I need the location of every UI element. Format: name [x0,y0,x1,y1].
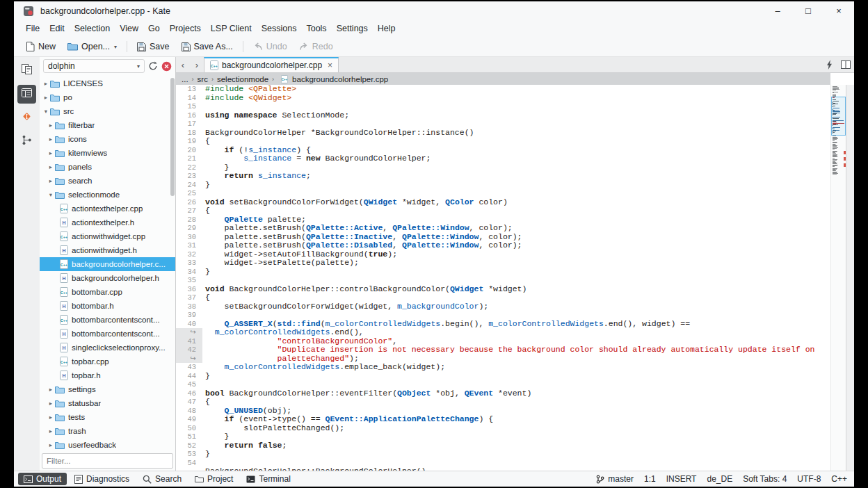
status-git-branch[interactable]: master [596,474,634,484]
code-line[interactable]: 25 [176,189,830,198]
tree-file-row[interactable]: C++actiontexthelper.cpp [40,202,175,215]
line-number[interactable]: 15 [176,102,202,111]
menu-file[interactable]: File [22,22,43,35]
tree-file-row[interactable]: Hactiontexthelper.h [40,215,175,229]
line-number[interactable]: 13 [176,85,202,94]
code-editor[interactable]: 13#include <QPalette>14#include <QWidget… [176,85,830,471]
code-line[interactable]: 46bool BackgroundColorHelper::eventFilte… [176,389,830,398]
line-number[interactable]: 47 [176,398,202,407]
menu-go[interactable]: Go [145,22,163,35]
output-view-button[interactable]: Output [18,473,67,485]
status-syntax-mode[interactable]: C++ [831,474,847,484]
back-icon[interactable]: ‹ [176,57,190,72]
line-number[interactable]: 52 [176,441,202,450]
tree-file-row[interactable]: C++actionwithwidget.cpp [40,229,175,243]
code-line[interactable]: 38 setBackgroundColorForWidget(widget, m… [176,302,830,311]
line-number[interactable]: 35 [176,276,202,285]
code-line[interactable]: 54 [176,459,830,468]
line-number[interactable]: 42 [176,345,202,355]
search-view-button[interactable]: Search [137,473,187,485]
tree-folder-row[interactable]: ▸trash [40,424,175,438]
line-number[interactable]: 49 [176,415,202,424]
menu-settings[interactable]: Settings [333,22,371,35]
status-tab-settings[interactable]: Soft Tabs: 4 [743,474,787,484]
line-number[interactable]: 25 [176,189,202,198]
code-line[interactable]: 16using namespace SelectionMode; [176,111,830,120]
menu-view[interactable]: View [116,22,142,35]
code-line[interactable]: 24} [176,181,830,190]
code-line[interactable]: 51 } [176,432,830,441]
tree-folder-row[interactable]: ▸panels [40,160,175,174]
tree-file-row[interactable]: Hbackgroundcolorhelper.h [40,271,175,285]
tree-folder-row[interactable]: ▸po [40,90,175,104]
tree-file-row[interactable]: C++backgroundcolorhelper.c... [40,257,175,271]
wrap-arrow-icon[interactable]: ↪ [176,355,202,364]
code-line[interactable]: 21 s_instance = new BackgroundColorHelpe… [176,154,830,163]
close-panel-icon[interactable] [161,61,172,72]
code-line[interactable]: 22 } [176,163,830,172]
tree-file-row[interactable]: C++bottombar.cpp [40,285,175,299]
line-number[interactable]: 21 [176,154,202,163]
tree-file-row[interactable]: C++topbar.cpp [40,355,175,368]
menu-projects[interactable]: Projects [166,22,204,35]
code-line[interactable]: 37{ [176,293,830,302]
code-line[interactable]: 19{ [176,137,830,146]
code-line[interactable]: 23 return s_instance; [176,172,830,181]
symbols-tool-button[interactable] [17,132,36,151]
code-line[interactable]: 30 palette.setBrush(QPalette::Inactive, … [176,233,830,242]
split-view-icon[interactable] [837,57,854,72]
code-line[interactable]: 20 if (!s_instance) { [176,146,830,155]
undo-button[interactable]: Undo [248,40,292,54]
code-line[interactable]: 52 return false; [176,441,830,450]
terminal-view-button[interactable]: Terminal [241,473,296,485]
status-input-mode[interactable]: INSERT [666,474,697,484]
line-number[interactable]: 40 [176,320,202,329]
forward-icon[interactable]: › [190,57,204,72]
code-line[interactable]: 47{ [176,398,830,407]
code-line[interactable]: 26void setBackgroundColorForWidget(QWidg… [176,198,830,207]
tree-folder-row[interactable]: ▸statusbar [40,396,175,410]
code-line[interactable]: 50 slotPaletteChanged(); [176,424,830,433]
line-number[interactable]: 19 [176,137,202,146]
line-number[interactable]: 51 [176,432,202,441]
code-line[interactable]: 17 [176,120,830,129]
new-document-button[interactable]: New [21,40,61,54]
line-number[interactable]: 27 [176,206,202,215]
menu-sessions[interactable]: Sessions [258,22,300,35]
code-line[interactable]: 40 Q_ASSERT_X(std::find(m_colorControlle… [176,320,830,329]
menu-edit[interactable]: Edit [46,22,68,35]
tree-folder-row[interactable]: ▸kitemviews [40,146,175,160]
status-cursor-position[interactable]: 1:1 [644,474,656,484]
line-number[interactable]: 24 [176,181,202,190]
code-line[interactable]: 15 [176,102,830,111]
code-line[interactable]: 18BackgroundColorHelper *BackgroundColor… [176,129,830,138]
line-number[interactable]: 43 [176,363,202,372]
line-number[interactable]: 33 [176,259,202,268]
line-number[interactable] [176,467,202,471]
menu-help[interactable]: Help [374,22,399,35]
minimap-scrollbar[interactable] [830,85,846,471]
open-folder-button[interactable]: Open...▾ [63,40,122,54]
code-line[interactable]: 45 [176,380,830,389]
code-line[interactable]: 48 Q_UNUSED(obj); [176,407,830,416]
line-number[interactable]: 17 [176,120,202,129]
code-line[interactable]: 41 "controlBackgroundColor", [176,337,830,346]
tree-file-row[interactable]: Hactionwithwidget.h [40,243,175,257]
code-line[interactable]: 34} [176,268,830,277]
documents-tool-button[interactable] [17,61,36,80]
code-line-continuation[interactable]: ↪ m_colorControlledWidgets.end(), [176,328,830,337]
save-as-button[interactable]: Save As... [177,40,238,54]
code-line[interactable]: 42 "Duplicate insertion is not necessary… [176,345,830,355]
line-number[interactable]: 46 [176,389,202,398]
line-number[interactable]: 29 [176,224,202,233]
line-number[interactable]: 18 [176,129,202,138]
code-line[interactable]: 35 [176,276,830,285]
status-encoding[interactable]: UTF-8 [797,474,821,484]
projects-tool-button[interactable] [17,85,36,104]
line-number[interactable]: 50 [176,424,202,433]
tree-file-row[interactable]: Htopbar.h [40,368,175,382]
line-number[interactable]: 30 [176,233,202,242]
line-number[interactable]: 34 [176,268,202,277]
tree-file-row[interactable]: Hbottombar.h [40,299,175,313]
wrap-arrow-icon[interactable]: ↪ [176,328,202,337]
